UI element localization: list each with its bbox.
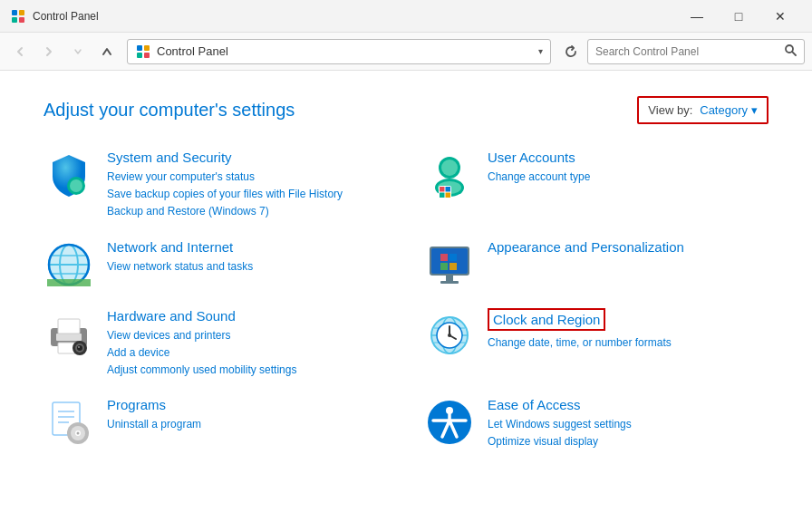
clock-region-title[interactable]: Clock and Region [488, 308, 605, 331]
address-path: Control Panel [157, 44, 533, 58]
category-ease-of-access: Ease of Access Let Windows suggest setti… [424, 397, 768, 450]
maximize-button[interactable]: □ [718, 0, 759, 33]
title-bar: Control Panel — □ ✕ [0, 0, 812, 33]
svg-rect-38 [56, 334, 82, 341]
user-accounts-title[interactable]: User Accounts [488, 150, 768, 165]
back-icon [14, 46, 25, 57]
refresh-icon [565, 45, 577, 58]
svg-rect-19 [440, 193, 445, 198]
svg-point-44 [78, 346, 80, 348]
programs-link-1[interactable]: Uninstall a program [107, 416, 388, 433]
search-icon [784, 44, 797, 56]
address-dropdown-button[interactable]: ▾ [538, 46, 543, 56]
hardware-sound-content: Hardware and Sound View devices and prin… [107, 308, 388, 380]
svg-rect-36 [440, 281, 459, 284]
system-security-link-2[interactable]: Save backup copies of your files with Fi… [107, 186, 388, 203]
svg-rect-0 [12, 10, 17, 15]
system-security-content: System and Security Review your computer… [107, 150, 388, 221]
svg-rect-39 [58, 319, 80, 334]
programs-title[interactable]: Programs [107, 397, 388, 412]
category-network-internet: Network and Internet View network status… [44, 239, 388, 290]
hardware-sound-link-1[interactable]: View devices and printers [107, 327, 388, 344]
view-by-arrow-icon: ▾ [751, 103, 758, 117]
svg-rect-32 [450, 254, 457, 261]
category-system-security: System and Security Review your computer… [44, 150, 388, 221]
user-accounts-link-1[interactable]: Change account type [488, 169, 768, 186]
dropdown-arrow-icon [73, 47, 82, 56]
network-internet-link-1[interactable]: View network status and tasks [107, 258, 388, 276]
ease-of-access-title[interactable]: Ease of Access [488, 397, 768, 412]
ease-of-access-link-2[interactable]: Optimize visual display [488, 433, 768, 450]
svg-rect-7 [144, 53, 150, 58]
network-internet-content: Network and Internet View network status… [107, 239, 388, 276]
view-by-dropdown[interactable]: Category ▾ [700, 103, 758, 117]
appearance-title[interactable]: Appearance and Personalization [488, 239, 768, 255]
svg-rect-20 [446, 193, 451, 198]
up-button[interactable] [94, 39, 120, 64]
hardware-sound-title[interactable]: Hardware and Sound [107, 308, 388, 324]
close-button[interactable]: ✕ [759, 0, 801, 33]
network-internet-title[interactable]: Network and Internet [107, 239, 388, 255]
svg-rect-18 [446, 187, 451, 192]
address-bar-icon [135, 44, 151, 60]
search-box[interactable] [587, 39, 805, 64]
svg-rect-31 [440, 254, 448, 261]
forward-button[interactable] [36, 39, 62, 64]
appearance-content: Appearance and Personalization [488, 239, 768, 258]
category-programs: Programs Uninstall a program [44, 397, 388, 450]
svg-rect-5 [144, 45, 150, 51]
user-accounts-content: User Accounts Change account type [488, 150, 768, 186]
hardware-sound-link-2[interactable]: Add a device [107, 344, 388, 362]
svg-point-11 [70, 179, 82, 192]
hardware-sound-icon [44, 308, 94, 359]
up-icon [101, 45, 113, 58]
svg-rect-28 [47, 279, 91, 286]
category-clock-region: Clock and Region Change date, time, or n… [424, 308, 768, 380]
svg-rect-2 [12, 17, 17, 23]
categories-grid: System and Security Review your computer… [44, 150, 768, 451]
category-appearance: Appearance and Personalization [424, 239, 768, 290]
svg-point-43 [77, 345, 82, 351]
main-content: Adjust your computer's settings View by:… [0, 71, 812, 532]
minimize-button[interactable]: — [676, 0, 718, 33]
appearance-icon [424, 239, 475, 290]
category-user-accounts: User Accounts Change account type [424, 150, 768, 221]
back-button[interactable] [7, 39, 33, 64]
search-input[interactable] [595, 45, 778, 58]
view-by-value: Category [700, 103, 748, 117]
svg-rect-17 [440, 187, 445, 192]
clock-region-link-1[interactable]: Change date, time, or number formats [488, 334, 768, 352]
user-accounts-icon [424, 150, 475, 200]
programs-icon [44, 397, 94, 448]
svg-rect-1 [19, 10, 24, 15]
navigation-bar: Control Panel ▾ [0, 33, 812, 71]
system-security-link-3[interactable]: Backup and Restore (Windows 7) [107, 203, 388, 220]
svg-point-54 [448, 334, 451, 337]
svg-rect-3 [19, 17, 24, 23]
page-header: Adjust your computer's settings View by:… [44, 96, 768, 124]
address-bar[interactable]: Control Panel ▾ [127, 39, 551, 64]
title-bar-controls: — □ ✕ [676, 0, 801, 33]
system-security-title[interactable]: System and Security [107, 150, 388, 165]
system-security-link-1[interactable]: Review your computer's status [107, 169, 388, 186]
window-title: Control Panel [33, 10, 99, 23]
network-internet-icon [44, 239, 94, 290]
clock-region-icon [424, 308, 475, 359]
app-icon [11, 9, 25, 24]
svg-rect-34 [450, 263, 457, 270]
svg-rect-35 [446, 276, 453, 281]
svg-point-62 [77, 432, 80, 435]
hardware-sound-link-3[interactable]: Adjust commonly used mobility settings [107, 362, 388, 379]
page-title: Adjust your computer's settings [44, 100, 295, 121]
svg-line-9 [792, 52, 796, 55]
system-security-icon [44, 150, 94, 200]
forward-icon [44, 46, 54, 57]
search-button[interactable] [784, 44, 797, 59]
svg-rect-4 [137, 45, 142, 51]
svg-point-14 [441, 160, 458, 176]
recent-locations-button[interactable] [65, 39, 91, 64]
ease-of-access-link-1[interactable]: Let Windows suggest settings [488, 416, 768, 433]
programs-content: Programs Uninstall a program [107, 397, 388, 433]
ease-of-access-content: Ease of Access Let Windows suggest setti… [488, 397, 768, 450]
refresh-button[interactable] [558, 39, 584, 64]
